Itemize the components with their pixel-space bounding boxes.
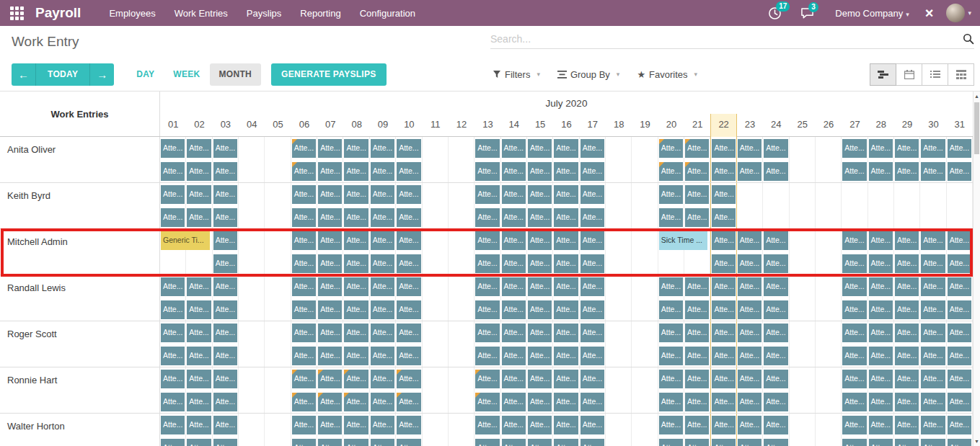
work-entry-attendance[interactable]: Atte... bbox=[475, 416, 499, 434]
work-entry-attendance[interactable]: Atte... bbox=[292, 162, 316, 181]
work-entry-attendance[interactable]: Atte... bbox=[318, 347, 342, 365]
work-entry-attendance[interactable]: Atte... bbox=[318, 439, 342, 446]
work-entry-attendance[interactable]: Atte... bbox=[187, 300, 211, 319]
work-entry-attendance[interactable]: Atte... bbox=[895, 370, 919, 388]
work-entry-attendance[interactable]: Atte... bbox=[712, 393, 735, 411]
work-entry-attendance[interactable]: Atte... bbox=[738, 300, 762, 319]
work-entry-attendance[interactable]: Atte... bbox=[581, 254, 604, 273]
work-entry-attendance[interactable]: Atte... bbox=[344, 324, 368, 342]
work-entry-attendance[interactable]: Atte... bbox=[685, 370, 709, 388]
work-entry-attendance[interactable]: Atte... bbox=[397, 416, 420, 434]
work-entry-attendance[interactable]: Atte... bbox=[948, 324, 971, 342]
work-entry-attendance[interactable]: Atte... bbox=[921, 439, 945, 446]
work-entry-attendance[interactable]: Atte... bbox=[161, 208, 185, 227]
work-entry-attendance[interactable]: Atte... bbox=[842, 439, 866, 446]
work-entry-attendance[interactable]: Atte... bbox=[712, 439, 735, 446]
work-entry-attendance[interactable]: Atte... bbox=[371, 393, 394, 411]
work-entry-attendance[interactable]: Atte... bbox=[397, 439, 420, 446]
month-scale-button[interactable]: MONTH bbox=[210, 63, 262, 86]
work-entry-attendance[interactable]: Atte... bbox=[213, 439, 237, 446]
work-entry-attendance[interactable]: Atte... bbox=[581, 347, 604, 365]
work-entry-attendance[interactable]: Atte... bbox=[397, 277, 420, 296]
work-entry-attendance[interactable]: Atte... bbox=[292, 439, 316, 446]
work-entry-attendance[interactable]: Atte... bbox=[187, 208, 211, 227]
work-entry-attendance[interactable]: Atte... bbox=[921, 139, 945, 158]
work-entry-attendance[interactable]: Atte... bbox=[921, 393, 945, 411]
work-entry-attendance[interactable]: Atte... bbox=[475, 162, 499, 181]
work-entry-attendance[interactable]: Atte... bbox=[554, 231, 578, 250]
work-entry-attendance[interactable]: Atte... bbox=[712, 254, 735, 273]
work-entry-attendance[interactable]: Atte... bbox=[712, 324, 735, 342]
work-entry-attendance[interactable]: Atte... bbox=[869, 324, 893, 342]
work-entry-attendance[interactable]: Atte... bbox=[921, 300, 945, 319]
work-entry-attendance[interactable]: Atte... bbox=[738, 231, 762, 250]
work-entry-attendance[interactable]: Atte... bbox=[213, 370, 237, 388]
work-entry-attendance[interactable]: Atte... bbox=[554, 185, 578, 204]
scrollbar-thumb[interactable] bbox=[974, 102, 979, 154]
work-entry-attendance[interactable]: Atte... bbox=[318, 393, 342, 411]
work-entry-attendance[interactable]: Atte... bbox=[318, 139, 342, 158]
next-arrow-button[interactable]: → bbox=[90, 63, 114, 86]
work-entry-attendance[interactable]: Atte... bbox=[554, 139, 578, 158]
work-entry-attendance[interactable]: Atte... bbox=[764, 162, 787, 181]
work-entry-attendance[interactable]: Atte... bbox=[502, 370, 526, 388]
work-entry-attendance[interactable]: Atte... bbox=[502, 300, 526, 319]
work-entry-attendance[interactable]: Atte... bbox=[292, 300, 316, 319]
work-entry-attendance[interactable]: Atte... bbox=[895, 162, 919, 181]
work-entry-attendance[interactable]: Atte... bbox=[738, 439, 762, 446]
work-entry-attendance[interactable]: Atte... bbox=[659, 324, 683, 342]
work-entry-attendance[interactable]: Atte... bbox=[869, 347, 893, 365]
work-entry-attendance[interactable]: Atte... bbox=[869, 254, 893, 273]
work-entry-attendance[interactable]: Atte... bbox=[371, 416, 394, 434]
prev-arrow-button[interactable]: ← bbox=[12, 63, 35, 86]
work-entry-attendance[interactable]: Atte... bbox=[528, 277, 552, 296]
work-entry-attendance[interactable]: Atte... bbox=[213, 347, 237, 365]
work-entry-attendance[interactable]: Atte... bbox=[344, 370, 368, 388]
work-entry-attendance[interactable]: Atte... bbox=[292, 416, 316, 434]
work-entry-attendance[interactable]: Atte... bbox=[371, 162, 394, 181]
work-entry-attendance[interactable]: Atte... bbox=[344, 277, 368, 296]
work-entry-attendance[interactable]: Atte... bbox=[685, 324, 709, 342]
work-entry-attendance[interactable]: Atte... bbox=[895, 416, 919, 434]
work-entry-attendance[interactable]: Atte... bbox=[842, 324, 866, 342]
work-entry-attendance[interactable]: Atte... bbox=[161, 185, 185, 204]
work-entry-attendance[interactable]: Atte... bbox=[869, 393, 893, 411]
work-entry-attendance[interactable]: Atte... bbox=[869, 370, 893, 388]
work-entry-attendance[interactable]: Atte... bbox=[895, 439, 919, 446]
user-menu[interactable]: ▾ bbox=[946, 4, 971, 22]
work-entry-attendance[interactable]: Atte... bbox=[213, 208, 237, 227]
work-entry-attendance[interactable]: Atte... bbox=[161, 347, 185, 365]
work-entry-attendance[interactable]: Atte... bbox=[659, 393, 683, 411]
work-entry-attendance[interactable]: Atte... bbox=[213, 393, 237, 411]
work-entry-attendance[interactable]: Atte... bbox=[528, 393, 552, 411]
work-entry-attendance[interactable]: Atte... bbox=[292, 393, 316, 411]
work-entry-attendance[interactable]: Atte... bbox=[161, 324, 185, 342]
work-entry-attendance[interactable]: Atte... bbox=[895, 254, 919, 273]
work-entry-attendance[interactable]: Atte... bbox=[344, 139, 368, 158]
work-entry-attendance[interactable]: Atte... bbox=[659, 370, 683, 388]
work-entry-attendance[interactable]: Atte... bbox=[948, 254, 971, 273]
work-entry-attendance[interactable]: Atte... bbox=[738, 162, 762, 181]
work-entry-attendance[interactable]: Atte... bbox=[397, 231, 420, 250]
work-entry-attendance[interactable]: Atte... bbox=[344, 231, 368, 250]
work-entry-attendance[interactable]: Atte... bbox=[712, 300, 735, 319]
vertical-scrollbar[interactable]: ▲ ▼ bbox=[973, 92, 980, 446]
work-entry-attendance[interactable]: Atte... bbox=[712, 162, 735, 181]
search-icon[interactable] bbox=[963, 33, 974, 45]
messages-button[interactable]: 3 bbox=[800, 7, 814, 19]
work-entry-attendance[interactable]: Atte... bbox=[921, 370, 945, 388]
work-entry-attendance[interactable]: Atte... bbox=[685, 139, 709, 158]
work-entry-attendance[interactable]: Atte... bbox=[948, 370, 971, 388]
work-entry-attendance[interactable]: Atte... bbox=[475, 439, 499, 446]
work-entry-attendance[interactable]: Atte... bbox=[685, 277, 709, 296]
work-entry-attendance[interactable]: Atte... bbox=[581, 185, 604, 204]
work-entry-attendance[interactable]: Atte... bbox=[842, 231, 866, 250]
work-entry-attendance[interactable]: Atte... bbox=[371, 208, 394, 227]
menu-employees[interactable]: Employees bbox=[100, 0, 164, 26]
work-entry-attendance[interactable]: Atte... bbox=[738, 347, 762, 365]
work-entry-attendance[interactable]: Atte... bbox=[764, 277, 787, 296]
work-entry-attendance[interactable]: Atte... bbox=[528, 208, 552, 227]
work-entry-attendance[interactable]: Atte... bbox=[764, 416, 787, 434]
work-entry-attendance[interactable]: Atte... bbox=[948, 277, 971, 296]
work-entry-attendance[interactable]: Atte... bbox=[895, 393, 919, 411]
